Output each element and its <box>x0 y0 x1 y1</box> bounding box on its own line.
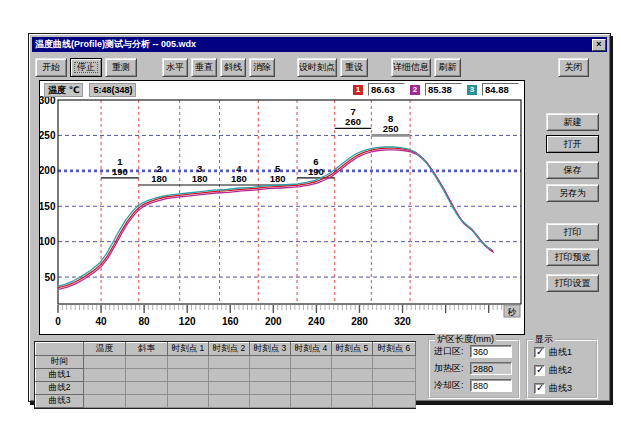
zone-setpoint-label: 190 <box>112 166 128 177</box>
y-axis-label: 50 <box>44 272 56 283</box>
table-cell <box>126 356 168 369</box>
heating-zone-input[interactable] <box>470 362 512 375</box>
title-bar: 温度曲线(Profile)测试与分析 -- 005.wdx × <box>32 37 607 52</box>
table-cell <box>332 369 373 382</box>
curve3-checkbox-label: 曲线3 <box>549 382 572 395</box>
open-button[interactable]: 打开 <box>546 135 599 153</box>
x-axis-label: 40 <box>96 316 108 327</box>
print-setup-button[interactable]: 打印设置 <box>546 274 599 292</box>
print-preview-button[interactable]: 打印预览 <box>546 248 599 266</box>
inlet-zone-row: 进口区: <box>434 345 515 358</box>
table-header-row: 温度斜率时刻点 1时刻点 2时刻点 3时刻点 4时刻点 5时刻点 6 <box>36 343 416 356</box>
table-cell <box>332 356 373 369</box>
table-row-label: 曲线3 <box>36 395 84 408</box>
y-axis-label: 100 <box>40 236 56 247</box>
inlet-zone-label: 进口区: <box>434 345 468 358</box>
x-axis-label: 280 <box>351 316 368 327</box>
x-axis-label: 120 <box>179 316 196 327</box>
furnace-zone-group: 炉区长度(mm) 进口区: 加热区: 冷却区: <box>428 339 520 399</box>
channel-3-reading: 84.88 <box>482 83 519 96</box>
curve3-checkbox-row: 曲线3 <box>534 382 592 395</box>
save-as-button[interactable]: 另存为 <box>546 184 599 202</box>
y-axis-label: 250 <box>40 130 56 141</box>
x-axis-label: 320 <box>394 316 411 327</box>
vertical-button[interactable]: 垂直 <box>191 58 217 77</box>
profile-chart: 1190218031804180518061907260825004080120… <box>40 81 524 334</box>
curve2-checkbox-row: 曲线2 <box>534 364 592 377</box>
set-timepoint-button[interactable]: 设时刻点 <box>297 58 337 77</box>
zone-setpoint-label: 180 <box>231 173 247 184</box>
close-window-button[interactable]: 关闭 <box>558 58 589 77</box>
zone-setpoint-label: 260 <box>345 116 361 127</box>
table-row-label: 时间 <box>36 356 84 369</box>
curve1-checkbox-label: 曲线1 <box>549 346 572 359</box>
stop-button[interactable]: 停止 <box>70 58 102 77</box>
inlet-zone-input[interactable] <box>470 345 512 358</box>
channel-legend: 1 86.63 2 85.38 3 84.88 <box>353 83 519 96</box>
erase-button[interactable]: 消除 <box>249 58 275 77</box>
y-axis-label: 200 <box>40 165 56 176</box>
channel-3-color-swatch: 3 <box>467 85 477 95</box>
details-button[interactable]: 详细信息 <box>391 58 431 77</box>
x-axis-label: 200 <box>265 316 282 327</box>
channel-1-reading: 86.63 <box>368 83 405 96</box>
table-cell <box>373 382 416 395</box>
reset-button[interactable]: 重设 <box>340 58 368 77</box>
retest-button[interactable]: 重测 <box>105 58 137 77</box>
file-actions: 新建 打开 保存 另存为 打印 打印预览 打印设置 <box>546 113 599 292</box>
curve2-checkbox[interactable] <box>534 365 545 376</box>
elapsed-time-display: 5:48(348) <box>89 83 136 97</box>
zone-setpoint-label: 180 <box>151 173 167 184</box>
display-group: 显示 曲线1 曲线2 曲线3 <box>526 339 598 399</box>
table-cell <box>291 369 332 382</box>
table-cell <box>250 356 291 369</box>
table-cell <box>332 382 373 395</box>
furnace-zone-title: 炉区长度(mm) <box>435 334 496 345</box>
measurement-table-wrap: 温度斜率时刻点 1时刻点 2时刻点 3时刻点 4时刻点 5时刻点 6时间曲线1曲… <box>34 341 416 409</box>
toolbar: 开始 停止 重测 水平 垂直 斜线 消除 设时刻点 重设 详细信息 刷新 关闭 <box>35 55 607 79</box>
zone-setpoint-label: 180 <box>192 173 208 184</box>
curve3-checkbox[interactable] <box>534 383 545 394</box>
zone-setpoint-label: 180 <box>270 173 286 184</box>
table-header-cell: 时刻点 3 <box>250 343 291 356</box>
curve1-checkbox[interactable] <box>534 347 545 358</box>
table-header-cell: 时刻点 1 <box>168 343 209 356</box>
horizontal-button[interactable]: 水平 <box>162 58 188 77</box>
channel-2-color-swatch: 2 <box>410 85 420 95</box>
table-header-cell: 斜率 <box>126 343 168 356</box>
new-button[interactable]: 新建 <box>546 113 599 131</box>
table-header-cell: 时刻点 5 <box>332 343 373 356</box>
slant-line-button[interactable]: 斜线 <box>220 58 246 77</box>
table-cell <box>168 369 209 382</box>
table-cell <box>126 382 168 395</box>
window-title: 温度曲线(Profile)测试与分析 -- 005.wdx <box>32 38 592 51</box>
close-button[interactable]: × <box>592 39 606 51</box>
save-button[interactable]: 保存 <box>546 161 599 179</box>
cooling-zone-label: 冷却区: <box>434 379 468 392</box>
y-axis-label: 150 <box>40 201 56 212</box>
table-cell <box>168 382 209 395</box>
table-header-cell: 时刻点 2 <box>209 343 250 356</box>
print-button[interactable]: 打印 <box>546 223 599 241</box>
display-group-title: 显示 <box>533 334 555 345</box>
chart-panel: 温度 ℃ 5:48(348) 1 86.63 2 85.38 3 84.88 1… <box>39 80 525 335</box>
table-cell <box>84 395 126 408</box>
start-button[interactable]: 开始 <box>35 58 67 77</box>
zone-setpoint-label: 250 <box>383 123 399 134</box>
table-row-label: 曲线2 <box>36 382 84 395</box>
cooling-zone-input[interactable] <box>470 379 512 392</box>
x-axis-label: 240 <box>308 316 325 327</box>
table-cell <box>250 382 291 395</box>
channel-1-color-swatch: 1 <box>353 85 363 95</box>
table-cell <box>84 369 126 382</box>
y-axis-unit-chip: 温度 ℃ <box>44 83 83 97</box>
table-cell <box>373 356 416 369</box>
table-row: 曲线2 <box>36 382 416 395</box>
table-cell <box>209 382 250 395</box>
app-window: 温度曲线(Profile)测试与分析 -- 005.wdx × 开始 停止 重测… <box>28 33 611 402</box>
zone-setpoint-label: 190 <box>308 166 324 177</box>
curve1-checkbox-row: 曲线1 <box>534 346 592 359</box>
x-axis-label: 80 <box>139 316 151 327</box>
refresh-button[interactable]: 刷新 <box>434 58 461 77</box>
table-header-cell: 时刻点 6 <box>373 343 416 356</box>
